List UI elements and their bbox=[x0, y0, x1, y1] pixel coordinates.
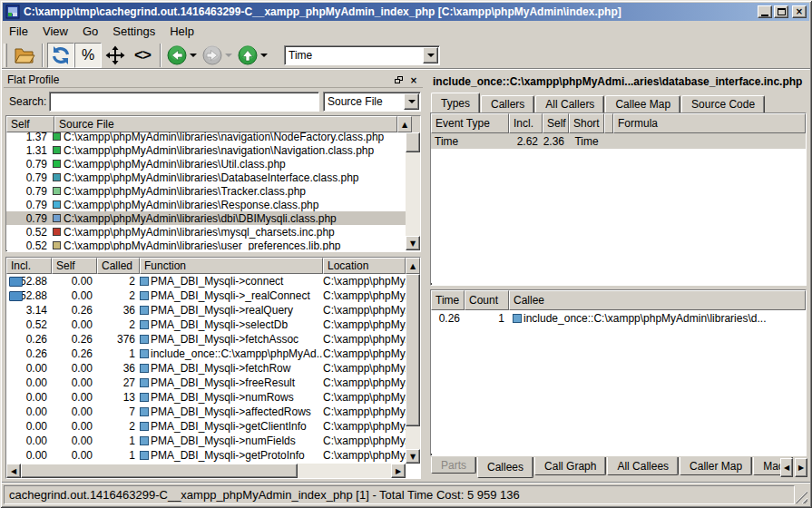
tab-scroll-right-button[interactable]: ▶ bbox=[795, 458, 807, 477]
up-button[interactable] bbox=[236, 44, 259, 67]
toolbar-separator bbox=[42, 44, 44, 67]
column-header-self[interactable]: Self bbox=[543, 113, 569, 133]
relative-cost-button[interactable] bbox=[47, 43, 74, 68]
table-row[interactable]: 0.00 0.00 27 PMA_DBI_Mysqli->freeResult … bbox=[6, 376, 406, 390]
tab-call-graph[interactable]: Call Graph bbox=[534, 457, 606, 475]
scroll-left-button[interactable]: ◀ bbox=[6, 464, 21, 478]
column-header-function[interactable]: Function bbox=[140, 258, 323, 274]
dock-close-button[interactable]: × bbox=[407, 74, 420, 86]
table-row[interactable]: 0.26 0.26 376 PMA_DBI_Mysqli->fetchAssoc… bbox=[6, 332, 406, 347]
back-dropdown-icon[interactable] bbox=[190, 54, 197, 57]
table-row[interactable]: 0.00 0.00 13 PMA_DBI_Mysqli->numRows C:\… bbox=[6, 390, 406, 405]
tab-callee-map[interactable]: Callee Map bbox=[605, 95, 680, 112]
column-header-formula[interactable]: Formula bbox=[613, 113, 806, 133]
column-header-incl[interactable]: Incl. bbox=[6, 258, 52, 274]
column-header-short[interactable]: Short bbox=[569, 113, 604, 133]
horizontal-scrollbar[interactable]: ◀ ▶ bbox=[6, 464, 406, 478]
table-row[interactable]: 0.00 0.00 7 PMA_DBI_Mysqli->affectedRows… bbox=[6, 405, 406, 419]
scroll-down-button[interactable]: ▼ bbox=[406, 449, 420, 464]
menu-settings[interactable]: Settings bbox=[105, 23, 162, 40]
table-row[interactable]: 0.00 0.00 1 PMA_DBI_Mysqli->numFields C:… bbox=[6, 434, 406, 448]
menu-help[interactable]: Help bbox=[162, 23, 201, 40]
table-row[interactable]: 0.52 C:\xampp\phpMyAdmin\libraries\mysql… bbox=[6, 225, 406, 239]
scroll-up-button[interactable]: ▲ bbox=[397, 116, 412, 132]
menu-go[interactable]: Go bbox=[75, 23, 105, 40]
back-button[interactable] bbox=[165, 44, 189, 67]
table-row[interactable]: 0.79 C:\xampp\phpMyAdmin\libraries\Track… bbox=[6, 184, 406, 198]
table-row[interactable]: 1.31 C:\xampp\phpMyAdmin\libraries\navig… bbox=[6, 143, 406, 157]
table-row[interactable]: 0.00 0.00 1 PMA_DBI_Mysqli->getProtoInfo… bbox=[6, 448, 406, 463]
resize-grip-icon[interactable] bbox=[795, 491, 807, 503]
tab-all-callees[interactable]: All Callees bbox=[607, 457, 679, 475]
minimize-button[interactable] bbox=[758, 5, 772, 18]
tab-all-callers[interactable]: All Callers bbox=[535, 95, 604, 112]
table-row[interactable]: 0.26 1 include_once::C:\xampp\phpMyAdmin… bbox=[431, 310, 806, 326]
up-dropdown-icon[interactable] bbox=[260, 54, 268, 57]
table-row[interactable]: 0.00 0.00 2 PMA_DBI_Mysqli->getClientInf… bbox=[6, 419, 406, 434]
table-row[interactable]: 0.52 C:\xampp\phpMyAdmin\libraries\user_… bbox=[6, 239, 406, 250]
column-header-source-file[interactable]: Source File bbox=[54, 116, 397, 132]
percentage-button[interactable]: % bbox=[74, 43, 102, 68]
scrollbar-thumb[interactable] bbox=[406, 274, 420, 426]
column-header-time[interactable]: Time bbox=[431, 290, 465, 310]
column-header-self[interactable]: Self bbox=[52, 258, 97, 274]
expand-areas-button[interactable] bbox=[102, 43, 129, 68]
column-header-location[interactable]: Location bbox=[323, 258, 406, 274]
close-button[interactable]: × bbox=[792, 5, 807, 18]
event-type: Time bbox=[431, 135, 509, 148]
scrollbar-thumb[interactable] bbox=[21, 464, 298, 478]
maximize-button[interactable] bbox=[774, 5, 788, 18]
table-row[interactable]: 52.88 0.00 2 PMA_DBI_Mysqli->_realConnec… bbox=[6, 288, 406, 303]
source-file-table-header: Self Source File ▲ bbox=[6, 116, 420, 132]
dump-toggle-button[interactable]: <> bbox=[129, 43, 156, 68]
column-header-event-type[interactable]: Event Type bbox=[431, 113, 509, 133]
function-name: PMA_DBI_Mysqli->selectDb bbox=[151, 318, 288, 331]
table-row-selected[interactable]: Time 2.62 2.36 Time bbox=[431, 133, 806, 149]
menu-view[interactable]: View bbox=[35, 23, 75, 40]
table-row[interactable]: 0.52 0.00 2 PMA_DBI_Mysqli->selectDb C:\… bbox=[6, 318, 406, 332]
tab-callers[interactable]: Callers bbox=[481, 95, 534, 112]
tab-source-code[interactable]: Source Code bbox=[681, 95, 765, 112]
title-bar[interactable]: C:\xampp\tmp\cachegrind.out.1416463299-C… bbox=[3, 3, 809, 21]
open-file-button[interactable] bbox=[11, 43, 38, 68]
search-input[interactable] bbox=[49, 92, 319, 112]
table-row[interactable]: 0.79 C:\xampp\phpMyAdmin\libraries\Util.… bbox=[6, 157, 406, 171]
table-row[interactable]: 0.00 0.00 36 PMA_DBI_Mysqli->fetchRow C:… bbox=[6, 361, 406, 376]
function-name: include_once::C:\xampp\phpMyAd... bbox=[151, 347, 323, 360]
toolbar-handle[interactable] bbox=[4, 44, 8, 67]
scrollbar-thumb[interactable] bbox=[406, 132, 420, 152]
scroll-up-button[interactable]: ▲ bbox=[406, 258, 420, 274]
dock-float-button[interactable] bbox=[392, 74, 405, 86]
menu-file[interactable]: File bbox=[2, 23, 35, 40]
scrollbar-track[interactable] bbox=[298, 464, 391, 478]
table-row[interactable]: 1.37 C:\xampp\phpMyAdmin\libraries\navig… bbox=[6, 132, 406, 143]
column-header-incl[interactable]: Incl. bbox=[509, 113, 543, 133]
tab-callees[interactable]: Callees bbox=[477, 457, 533, 478]
dock-title-bar[interactable]: Flat Profile × bbox=[4, 73, 423, 88]
table-row-selected[interactable]: 0.79 C:\xampp\phpMyAdmin\libraries\dbi\D… bbox=[6, 211, 406, 225]
back-arrow-icon bbox=[166, 44, 188, 66]
tab-scroll-left-button[interactable]: ◀ bbox=[780, 458, 793, 477]
table-row[interactable]: 0.26 0.26 1 include_once::C:\xampp\phpMy… bbox=[6, 347, 406, 361]
combobox-dropdown-button[interactable] bbox=[404, 93, 419, 110]
vertical-scrollbar[interactable]: ▼ bbox=[406, 132, 420, 250]
scroll-left-icon: ◀ bbox=[11, 467, 16, 475]
tab-types[interactable]: Types bbox=[431, 93, 480, 112]
event-type-combobox[interactable]: Time bbox=[284, 45, 440, 65]
column-header-called[interactable]: Called bbox=[97, 258, 140, 274]
column-header-self[interactable]: Self bbox=[6, 116, 54, 132]
scroll-down-button[interactable]: ▼ bbox=[406, 236, 420, 250]
tab-caller-map[interactable]: Caller Map bbox=[680, 457, 752, 475]
column-header-count[interactable]: Count bbox=[465, 290, 509, 310]
scroll-right-button[interactable]: ▶ bbox=[391, 464, 406, 478]
forward-button[interactable] bbox=[201, 44, 224, 67]
combobox-dropdown-button[interactable] bbox=[423, 47, 438, 64]
group-by-combobox[interactable]: Source File bbox=[323, 92, 421, 112]
table-row[interactable]: 52.88 0.00 2 PMA_DBI_Mysqli->connect C:\… bbox=[6, 274, 406, 288]
vertical-scrollbar[interactable]: ▼ bbox=[406, 274, 420, 464]
table-row[interactable]: 0.79 C:\xampp\phpMyAdmin\libraries\Datab… bbox=[6, 171, 406, 184]
table-row[interactable]: 3.14 0.26 36 PMA_DBI_Mysqli->realQuery C… bbox=[6, 303, 406, 318]
tab-scroll-buttons: ◀ ▶ bbox=[780, 458, 807, 477]
table-row[interactable]: 0.79 C:\xampp\phpMyAdmin\libraries\Respo… bbox=[6, 198, 406, 211]
column-header-callee[interactable]: Callee bbox=[509, 290, 806, 310]
